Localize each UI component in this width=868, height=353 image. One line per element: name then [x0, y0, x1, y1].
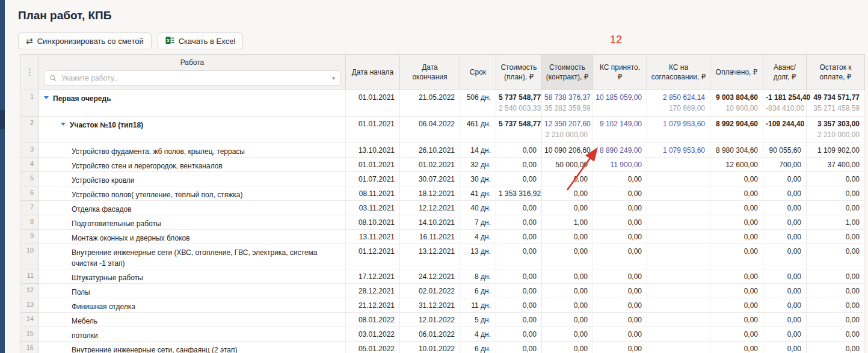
- svg-text:x: x: [167, 37, 170, 43]
- kebab-menu-icon[interactable]: ⋮: [25, 67, 34, 77]
- contract-cost-cell: 0,00: [542, 313, 593, 327]
- ks-amount-link[interactable]: 58 738 376,37: [544, 93, 588, 102]
- work-name: Устройство фудамента, жб полов, крылец, …: [72, 146, 250, 157]
- duration-cell: 7 дн.: [460, 215, 496, 230]
- column-header-start-date[interactable]: Дата начала: [346, 55, 400, 90]
- work-name-cell[interactable]: Мебель: [39, 313, 346, 327]
- ks-amount-link[interactable]: 12 350 207,60: [544, 120, 588, 128]
- work-name-cell[interactable]: Полы: [39, 284, 346, 298]
- remaining-cell: 37 400,00: [807, 158, 865, 172]
- ks-pending-cell[interactable]: 1 079 953,60: [647, 117, 710, 143]
- ks-amount-link[interactable]: 1 079 953,60: [650, 146, 705, 155]
- table-row: 6Устройство полов( утепление, теплый пол…: [21, 186, 865, 201]
- amount-value: 0,00: [713, 189, 758, 198]
- work-name-cell[interactable]: Финишная отделка: [39, 298, 346, 313]
- amount-value: 0,00: [596, 272, 642, 281]
- remaining-cell: 0,00: [807, 284, 865, 298]
- search-dropdown-caret-icon[interactable]: ▾: [332, 75, 335, 81]
- amount-value: 0,00: [766, 175, 801, 183]
- work-name-cell[interactable]: Штукатурные работы: [39, 269, 346, 284]
- ks-amount-link[interactable]: 10 185 059,00: [596, 93, 642, 102]
- ks-amount-link[interactable]: 9 102 149,00: [596, 120, 642, 128]
- work-name-cell[interactable]: Устройство полов( утепление, теплый пол,…: [39, 186, 346, 201]
- duration-cell: 13 дн.: [460, 244, 496, 269]
- contract-cost-cell: 1,00: [542, 215, 593, 230]
- contract-cost-cell[interactable]: 12 350 207,602 210 000,00: [542, 117, 593, 143]
- ks-accepted-cell[interactable]: 10 185 059,00: [593, 90, 647, 117]
- work-name: Устройство полов( утепление, теплый пол,…: [72, 189, 247, 200]
- ks-accepted-cell[interactable]: 9 102 149,00: [593, 117, 647, 143]
- contract-cost-cell: 0,00: [542, 284, 593, 298]
- amount-value: 1 109 902,00: [809, 146, 860, 155]
- work-column-label: Работа: [43, 58, 342, 67]
- column-header-ks-pending[interactable]: КС на согласовании, ₽: [647, 55, 710, 90]
- ks-pending-cell[interactable]: 2 850 624,14170 669,00: [647, 90, 710, 117]
- contract-cost-cell: 0,00: [542, 269, 593, 284]
- paid-cell: 0,00: [710, 201, 763, 215]
- work-search-box[interactable]: ▾: [44, 70, 340, 86]
- ks-amount-link[interactable]: 8 890 249,00: [596, 146, 642, 155]
- column-header-plan-cost[interactable]: Стоимость (план), ₽: [496, 55, 542, 90]
- ks-accepted-cell: 0,00: [593, 201, 647, 215]
- column-header-work[interactable]: Работа ▾: [39, 55, 346, 90]
- ks-accepted-cell[interactable]: 11 900,00: [593, 158, 647, 172]
- ks-pending-cell[interactable]: 1 079 953,60: [647, 143, 710, 158]
- work-name-cell[interactable]: Внутренние инженерные сети, санфаянц (2 …: [39, 342, 346, 353]
- column-header-contract-cost[interactable]: Стоимость (контракт), ₽: [542, 55, 593, 90]
- work-name-cell[interactable]: Участок №10 (тип18): [39, 117, 346, 143]
- ks-accepted-cell[interactable]: 8 890 249,00: [593, 143, 647, 158]
- collapse-caret-icon[interactable]: [44, 96, 49, 99]
- amount-value: 0,00: [499, 218, 537, 227]
- row-number: 10: [21, 244, 39, 269]
- excel-icon: x: [165, 36, 174, 46]
- column-header-paid[interactable]: Оплачено, ₽: [710, 55, 763, 90]
- advance-debt-cell: -1 181 254,40-834 410,00: [763, 90, 807, 117]
- work-name: Участок №10 (тип18): [70, 120, 148, 130]
- advance-debt-cell: 0,00: [763, 172, 807, 186]
- amount-value: 0,00: [809, 287, 860, 295]
- end-date-cell: 02.01.2022: [400, 284, 460, 298]
- work-search-input[interactable]: [60, 73, 328, 83]
- amount-value: 0,00: [596, 247, 642, 256]
- ks-amount-link[interactable]: 1 079 953,60: [650, 120, 705, 128]
- work-name-cell[interactable]: Первая очередь: [39, 90, 346, 117]
- work-name-cell[interactable]: Внутренние инженерные сети (ХВС, отоплен…: [39, 244, 346, 269]
- table-row: 14Мебель08.01.202212.01.20225 дн.0,000,0…: [21, 313, 865, 327]
- ks-amount-link[interactable]: 11 900,00: [596, 161, 642, 169]
- collapse-caret-icon[interactable]: [61, 123, 66, 126]
- end-date-cell: 12.12.2021: [400, 201, 460, 215]
- column-header-end-date[interactable]: Дата окончания: [400, 55, 460, 90]
- ks-amount-link[interactable]: 2 850 624,14: [650, 93, 705, 102]
- work-name-cell[interactable]: Подготовительные работы: [39, 215, 346, 230]
- remaining-cell: 1 109 902,00: [807, 143, 865, 158]
- work-name: потолки: [72, 330, 103, 341]
- amount-value: 0,00: [809, 175, 860, 183]
- start-date-cell: 21.12.2021: [346, 298, 400, 313]
- sidebar-strip[interactable]: [0, 0, 5, 353]
- paid-cell: 0,00: [710, 298, 763, 313]
- column-header-duration[interactable]: Срок: [460, 55, 496, 90]
- download-excel-button[interactable]: x Скачать в Excel: [158, 32, 244, 49]
- amount-value: 0,00: [713, 301, 758, 310]
- work-name-cell[interactable]: Устройство стен и перегородок, вентканал…: [39, 158, 346, 172]
- work-name-cell[interactable]: Монтаж оконных и дверных блоков: [39, 230, 346, 244]
- contract-cost-cell[interactable]: 58 738 376,3735 282 359,59: [542, 90, 593, 117]
- sync-with-estimate-button[interactable]: ⇄ Синхронизировать со сметой: [18, 32, 152, 49]
- amount-value: 5 737 548,77: [499, 120, 537, 128]
- work-name-cell[interactable]: Устройство фудамента, жб полов, крылец, …: [39, 143, 346, 158]
- row-number: 16: [21, 342, 39, 353]
- amount-value: 0,00: [713, 330, 758, 339]
- ks-accepted-cell: 0,00: [593, 172, 647, 186]
- work-name-cell[interactable]: Отделка фасадов: [39, 201, 346, 215]
- work-name-cell[interactable]: потолки: [39, 327, 346, 342]
- row-menu-header[interactable]: ⋮: [21, 55, 39, 90]
- amount-value: 0,00: [499, 247, 537, 256]
- work-name-cell[interactable]: Устройство кровли: [39, 172, 346, 186]
- column-header-remaining[interactable]: Остаток к оплате, ₽: [807, 55, 865, 90]
- end-date-cell: 24.12.2021: [400, 269, 460, 284]
- remaining-cell: 0,00: [807, 230, 865, 244]
- column-header-ks-accepted[interactable]: КС принято, ₽: [593, 55, 647, 90]
- table-row: 4Устройство стен и перегородок, венткана…: [21, 158, 865, 172]
- column-header-advance-debt[interactable]: Аванс/ долг, ₽: [763, 55, 807, 90]
- secondary-amount: 10 900,00: [713, 104, 758, 112]
